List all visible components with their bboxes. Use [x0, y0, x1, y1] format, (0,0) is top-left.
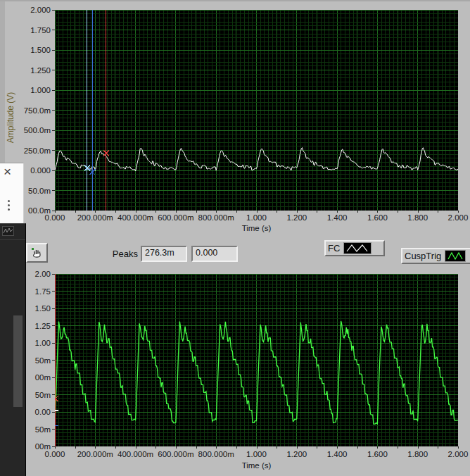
x-tick-label: 1.600 [349, 450, 405, 458]
x-axis: 0.000200.000m400.000m600.000m800.000m1.0… [55, 213, 458, 223]
x-tick-mark [115, 446, 116, 449]
x-tick-label: 1.000 [229, 213, 285, 222]
popup-window: × [0, 163, 24, 224]
x-tick-label: 1.200 [269, 213, 325, 222]
x-tick-mark [357, 211, 358, 213]
x-tick-label: 2.000 [430, 450, 470, 458]
y-tick: 0.00 [35, 407, 55, 417]
x-axis-ticks [55, 446, 459, 450]
x-tick-mark [155, 446, 156, 449]
y-tick-label: 1.250 [30, 66, 51, 75]
y-tick-label: 1.750 [30, 26, 51, 35]
legend-fc[interactable]: FC [324, 240, 385, 256]
y-tick-label: 250.0m [24, 146, 51, 155]
y-tick-label: 1.25 [35, 322, 51, 330]
y-tick: 500.0m [24, 125, 55, 135]
y-tick-label: 50m [35, 425, 51, 434]
x-tick-label: 1.400 [309, 450, 365, 458]
x-tick-mark [55, 446, 56, 449]
x-tick-label: 2.000 [430, 213, 470, 222]
x-tick-mark [136, 446, 136, 449]
y-tick-label: 0.000 [30, 166, 51, 175]
x-tick-mark [337, 211, 338, 213]
x-tick-mark [115, 211, 116, 213]
x-tick-label: 600.000m [148, 450, 204, 458]
x-tick-mark [297, 211, 298, 213]
x-tick-mark [317, 446, 317, 449]
x-tick-mark [196, 446, 197, 449]
y-tick: 1.500 [30, 45, 55, 55]
pane-left-edge [0, 1, 5, 163]
x-tick-label: 0.000 [27, 450, 83, 458]
y-tick-label: 50m [35, 356, 51, 365]
y-tick-label: 50.0m [28, 187, 51, 195]
y-tick-label: 750.0m [24, 106, 51, 115]
y-tick-label: 1.000 [30, 86, 51, 94]
y-tick: 2.00 [35, 269, 55, 279]
peak-readout-2[interactable]: 0.000 [191, 246, 238, 262]
y-tick-label: 50m [35, 391, 51, 399]
x-tick-mark [458, 211, 459, 213]
y-tick: 0.000 [30, 165, 55, 175]
x-tick-mark [377, 211, 378, 213]
peak-readout-1[interactable]: 276.3m [141, 246, 187, 262]
x-tick-label: 800.000m [188, 213, 244, 222]
y-tick: 1.750 [30, 25, 55, 35]
waveform-canvas [55, 274, 458, 446]
y-tick: 50.0m [28, 186, 55, 196]
y-tick-label: 00m [35, 373, 51, 382]
x-tick-mark [176, 446, 177, 449]
y-tick: 50m [35, 356, 55, 365]
kebab-menu-icon[interactable] [8, 198, 10, 213]
scribble-thumbnail-icon [2, 226, 14, 236]
x-tick-mark [277, 211, 277, 213]
x-tick-mark [95, 446, 96, 449]
x-tick-mark [196, 211, 197, 213]
x-tick-label: 1.200 [269, 450, 325, 458]
legend-fc-label: FC [328, 243, 340, 253]
close-icon[interactable]: × [4, 164, 11, 180]
x-tick-label: 1.800 [390, 213, 446, 222]
x-tick-mark [95, 211, 96, 213]
y-tick-label: 0.00 [35, 408, 51, 416]
x-tick-mark [377, 446, 378, 449]
pan-tool-button[interactable] [26, 243, 48, 263]
y-tick: 1.250 [30, 65, 55, 75]
legend-cusptrig[interactable]: CuspTrig [401, 248, 470, 264]
x-tick-label: 1.600 [349, 213, 405, 222]
legend-cusptrig-label: CuspTrig [405, 251, 441, 261]
x-tick-mark [216, 446, 217, 449]
dark-side-panel [0, 223, 26, 476]
peaks-label: Peaks [103, 249, 138, 259]
x-tick-mark [155, 211, 156, 213]
plot-area[interactable] [55, 10, 458, 211]
hand-icon [31, 247, 43, 259]
x-tick-label: 1.800 [390, 450, 446, 458]
y-tick: 50m [35, 390, 55, 400]
y-tick: 1.50 [35, 303, 55, 313]
y-tick-label: 1.50 [35, 304, 51, 313]
x-tick-label: 400.000m [108, 213, 164, 222]
x-tick-label: 1.000 [229, 450, 285, 458]
y-tick: 1.00 [35, 338, 55, 348]
x-tick-mark [55, 211, 56, 213]
x-tick-mark [136, 211, 136, 213]
x-tick-mark [317, 211, 317, 213]
x-tick-label: 200.000m [67, 213, 123, 222]
x-tick-mark [75, 211, 76, 213]
plot-area[interactable] [55, 274, 458, 446]
x-tick-mark [458, 446, 459, 449]
y-tick: 750.0m [24, 106, 55, 115]
x-tick-mark [176, 211, 177, 213]
y-tick-label: 00m [35, 442, 51, 451]
x-tick-mark [257, 446, 258, 449]
x-tick-mark [398, 211, 398, 213]
x-axis-title: Time (s) [55, 224, 458, 232]
x-tick-mark [418, 446, 419, 449]
y-tick: 1.75 [35, 287, 55, 296]
y-tick-label: 2.00 [35, 270, 51, 278]
x-tick-mark [236, 211, 237, 213]
scrollbar-thumb[interactable] [13, 315, 23, 407]
x-tick-mark [75, 446, 76, 449]
pane-top-edge [0, 0, 470, 1]
